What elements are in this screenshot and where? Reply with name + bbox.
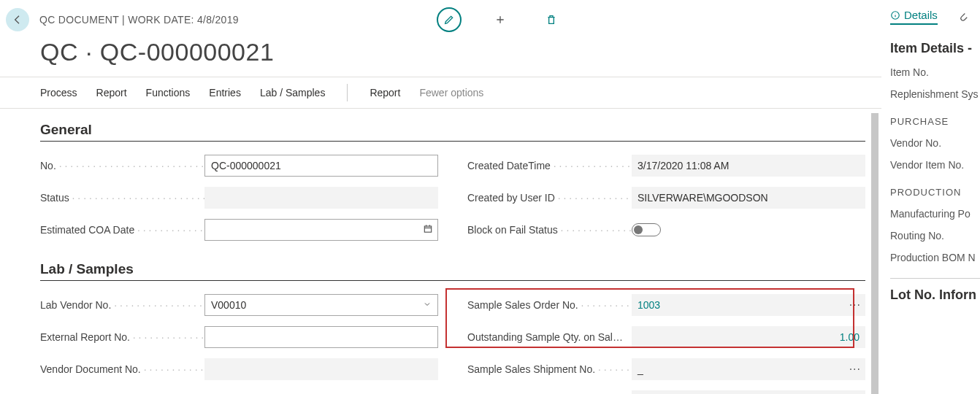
label-created-datetime: Created DateTime: [467, 160, 632, 171]
page-title: QC · QC-000000021: [0, 32, 881, 77]
calendar-icon[interactable]: [423, 224, 433, 236]
field-vendor-document-no: [204, 358, 438, 380]
label-outstanding-sample-qty: Outstanding Sample Qty. on Sal…: [467, 331, 632, 343]
arrow-left-icon: [12, 14, 23, 26]
input-lab-vendor-no[interactable]: V00010: [204, 294, 438, 316]
field-sample-sales-invoice-no: [632, 390, 865, 394]
divider: [890, 278, 980, 279]
trash-icon: [545, 14, 557, 26]
command-bar: Process Report Functions Entries Lab / S…: [0, 77, 881, 109]
ribbon-process[interactable]: Process: [40, 87, 77, 98]
label-block-on-fail: Block on Fail Status: [467, 224, 632, 236]
lot-no-info-heading: Lot No. Inforn: [890, 287, 980, 303]
input-est-coa-date[interactable]: [204, 219, 438, 241]
divider: [347, 84, 348, 101]
info-icon: [890, 10, 900, 20]
ribbon-entries[interactable]: Entries: [209, 87, 241, 98]
field-sample-sales-order-no[interactable]: 1003 ···: [632, 294, 865, 316]
field-created-datetime: 3/17/2020 11:08 AM: [632, 155, 865, 177]
lab-section-title[interactable]: Lab / Samples: [40, 261, 865, 281]
new-button[interactable]: [488, 7, 513, 32]
label-sample-sales-shipment-no: Sample Sales Shipment No.: [467, 363, 632, 375]
label-status: Status: [40, 192, 204, 204]
ribbon-fewer-options[interactable]: Fewer options: [419, 87, 483, 98]
toggle-knob-icon: [634, 225, 643, 234]
label-created-by: Created by User ID: [467, 192, 632, 204]
label-no: No.: [40, 160, 204, 171]
label-sample-sales-order-no: Sample Sales Order No.: [467, 299, 632, 311]
purchase-subheading: PURCHASE: [890, 116, 980, 127]
item-details-heading: Item Details -: [890, 41, 980, 56]
label-external-report-no: External Report No.: [40, 331, 204, 343]
svg-rect-0: [424, 226, 431, 232]
ribbon-report-2[interactable]: Report: [370, 87, 400, 98]
breadcrumb: QC DOCUMENT | WORK DATE: 4/8/2019: [39, 14, 437, 26]
general-section-title[interactable]: General: [40, 122, 865, 142]
side-prod-bom-label: Production BOM N: [890, 252, 980, 263]
scrollbar[interactable]: [871, 113, 878, 394]
field-status: [204, 187, 438, 209]
attachments-button[interactable]: [958, 9, 968, 25]
pencil-icon: [443, 14, 455, 26]
ribbon-functions[interactable]: Functions: [146, 87, 191, 98]
input-external-report-no[interactable]: [204, 326, 438, 348]
details-tab[interactable]: Details: [890, 9, 938, 25]
field-sample-sales-shipment-no[interactable]: _ ···: [632, 358, 865, 380]
back-button[interactable]: [6, 8, 29, 31]
more-dots-button[interactable]: ···: [849, 363, 861, 376]
side-vendor-no-label: Vendor No.: [890, 137, 980, 149]
side-mfg-po-label: Manufacturing Po: [890, 208, 980, 220]
field-created-by: SILVERWARE\MGOODSON: [632, 187, 865, 209]
field-outstanding-sample-qty[interactable]: 1.00: [632, 326, 865, 348]
label-lab-vendor-no: Lab Vendor No.: [40, 299, 204, 311]
plus-icon: [494, 14, 506, 26]
edit-button[interactable]: [437, 7, 462, 32]
toggle-block-on-fail[interactable]: [632, 223, 661, 236]
side-vendor-item-no-label: Vendor Item No.: [890, 159, 980, 171]
more-dots-button[interactable]: ···: [849, 298, 861, 312]
ribbon-lab-samples[interactable]: Lab / Samples: [260, 87, 326, 98]
side-item-no-label: Item No.: [890, 66, 980, 78]
label-est-coa-date: Estimated COA Date: [40, 224, 204, 236]
ribbon-report-1[interactable]: Report: [96, 87, 127, 98]
production-subheading: PRODUCTION: [890, 187, 980, 198]
chevron-down-icon[interactable]: [423, 299, 432, 311]
paperclip-icon: [958, 9, 968, 23]
side-replenishment-label: Replenishment Sys: [890, 88, 980, 100]
side-routing-no-label: Routing No.: [890, 230, 980, 242]
delete-button[interactable]: [539, 7, 564, 32]
label-vendor-document-no: Vendor Document No.: [40, 363, 204, 375]
input-no[interactable]: QC-000000021: [204, 155, 438, 177]
